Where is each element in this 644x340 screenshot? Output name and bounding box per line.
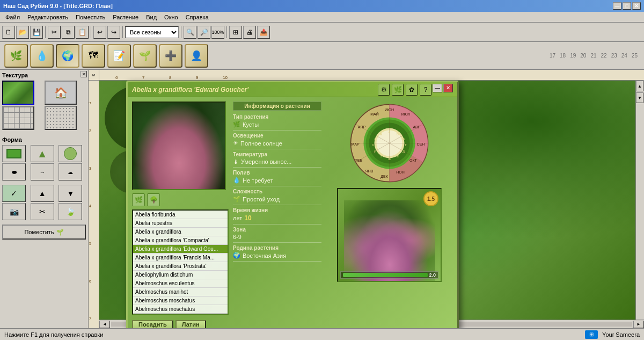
tb-save[interactable]: 💾 <box>30 26 43 39</box>
tb-open[interactable]: 📂 <box>16 26 29 39</box>
season-wheel: ИЮН ИЮЛ АВГ СЕН ОКТ НОЯ ДЕК ЯНВ ФЕВ МАР … <box>348 102 431 185</box>
complexity-icon: 🌱 <box>233 196 240 202</box>
dialog-minimize-btn[interactable]: — <box>433 84 442 92</box>
plant-list-item[interactable]: Abelmoschus esculentus <box>133 279 228 288</box>
minimize-button[interactable]: — <box>613 2 621 10</box>
lifespan-unit: лет <box>233 215 242 221</box>
plant-list-item[interactable]: Abelmoschus moschatus <box>133 305 228 314</box>
menu-help[interactable]: Справка <box>182 13 212 21</box>
tb2-plant-list[interactable]: 🌱 <box>133 44 157 68</box>
texture-dots[interactable] <box>45 106 77 130</box>
tb-zoom100[interactable]: 100% <box>211 26 224 39</box>
shape-triangle[interactable]: ▲ <box>31 145 54 162</box>
tb-grid[interactable]: ⊞ <box>229 26 242 39</box>
tb-redo[interactable]: ↪ <box>107 26 120 39</box>
plant-list-item[interactable]: Abelia x grandiflora <box>133 228 228 236</box>
tb-undo[interactable]: ↩ <box>93 26 106 39</box>
tb2-medical[interactable]: ➕ <box>159 44 182 68</box>
tb-new[interactable]: 🗋 <box>2 26 15 39</box>
scroll-down-btn[interactable]: ▼ <box>636 92 643 103</box>
plant-tree-icon[interactable]: 🌳 <box>147 193 160 206</box>
plant-list-item[interactable]: Abelia x grandiflora 'Prostrata' <box>133 262 228 271</box>
tb-zoom-in[interactable]: 🔍 <box>184 26 196 39</box>
lifespan-label: Время жизни <box>233 207 321 213</box>
texture-grass[interactable] <box>2 81 34 105</box>
plant-list-item[interactable]: Abelmoschus manihot <box>133 288 228 296</box>
menu-place[interactable]: Поместить <box>72 13 108 21</box>
status-hint: Нажмите F1 для получения справки <box>4 331 103 338</box>
tool-camera[interactable]: 📷 <box>2 203 26 220</box>
info-lifespan-row: Время жизни лет 10 <box>233 205 321 225</box>
plant-list-item[interactable]: Abelia rupestris <box>133 219 228 228</box>
tb2-water[interactable]: 💧 <box>30 44 54 68</box>
plant-list-item[interactable]: Abelia floribunda <box>133 211 228 219</box>
menu-view[interactable]: Вид <box>143 13 160 21</box>
shape-circle-item[interactable] <box>58 145 82 162</box>
ruler-num-25: 25 <box>632 53 638 59</box>
scroll-up-btn[interactable]: ▲ <box>636 81 643 91</box>
tb2-map[interactable]: 🗺 <box>82 44 105 68</box>
shape-arrow[interactable]: → <box>31 163 54 180</box>
windows-logo[interactable]: ⊞ <box>585 330 598 339</box>
close-button[interactable]: ✕ <box>632 2 641 10</box>
scrollbar-vertical[interactable]: ▲ ▼ <box>635 81 644 320</box>
plant-photo <box>132 102 226 190</box>
latin-button[interactable]: Латин <box>175 320 206 328</box>
shape-circle-inner <box>64 147 77 160</box>
svg-text:Е: Е <box>397 155 399 158</box>
tool-leaf[interactable]: 🍃 <box>58 203 82 220</box>
statusbar: Нажмите F1 для получения справки ⊞ Your … <box>0 328 644 340</box>
tb-print[interactable]: 🖨 <box>243 26 256 39</box>
tool-arrow-up[interactable]: ▲ <box>31 185 54 202</box>
shape-oval[interactable]: ⬬ <box>2 163 26 180</box>
ruler-vmark-7: 7 <box>89 317 91 321</box>
tool-check[interactable]: ✓ <box>2 185 26 202</box>
scroll-right-btn[interactable]: ► <box>633 321 644 328</box>
tb-copy[interactable]: ⧉ <box>62 26 75 39</box>
texture-grid-item[interactable] <box>2 106 34 130</box>
texture-house[interactable]: 🏠 <box>45 81 77 105</box>
titlebar: Наш Сад Рубин 9.0 - [Title.GRD: План] — … <box>0 0 644 12</box>
type-text: Кусты <box>243 121 259 128</box>
place-button[interactable]: Поместить 🌱 <box>2 225 86 240</box>
scroll-left-btn[interactable]: ◄ <box>99 321 110 328</box>
dialog-close-btn[interactable]: ✕ <box>443 84 453 92</box>
plant-list-item[interactable]: Abelia x grandiflora 'Compacta' <box>133 236 228 245</box>
tb-cut[interactable]: ✂ <box>48 26 61 39</box>
ruler-num-23: 23 <box>611 53 617 59</box>
tb-zoom-out[interactable]: 🔎 <box>197 26 210 39</box>
plant-type-icon[interactable]: 🌿 <box>132 193 145 206</box>
menu-edit[interactable]: Редактировать <box>24 13 71 21</box>
maximize-button[interactable]: □ <box>623 2 631 10</box>
dialog-plant-btn[interactable]: 🌿 <box>392 84 404 96</box>
menu-plant[interactable]: Растение <box>109 13 142 21</box>
tb2-world[interactable]: 🌍 <box>56 44 79 68</box>
plant-button[interactable]: Посадить <box>132 320 173 328</box>
shape-grid: ▲ ⬬ → ☁ <box>2 145 86 180</box>
plant-list-item-selected[interactable]: Abelia x grandiflora 'Edward Gou... <box>133 245 228 254</box>
shape-cloud[interactable]: ☁ <box>58 163 82 180</box>
dialog-tool-btn[interactable]: ⚙ <box>378 84 390 96</box>
tb-paste[interactable]: 📋 <box>76 26 89 39</box>
panel-close-btn[interactable]: ✕ <box>80 71 87 77</box>
dialog-help-btn[interactable]: ? <box>420 84 431 96</box>
tool-scissors[interactable]: ✂ <box>31 203 54 220</box>
tb2-notes[interactable]: 📝 <box>107 44 131 68</box>
season-select[interactable]: Все сезоны Весна Лето Осень Зима <box>125 26 179 38</box>
tb-export[interactable]: 📤 <box>257 26 270 39</box>
svg-text:ДЕК: ДЕК <box>380 175 388 179</box>
tool-arrow-down[interactable]: ▼ <box>58 185 82 202</box>
menu-file[interactable]: Файл <box>2 13 23 21</box>
ruler-vmark-6: 6 <box>89 279 91 283</box>
tb2-garden[interactable]: 🌿 <box>4 44 28 68</box>
plant-list-item[interactable]: Abelmoschus moschatus <box>133 296 228 305</box>
dialog-flower-btn[interactable]: ✿ <box>406 84 418 96</box>
plant-list-item[interactable]: Abelia x grandiflora 'Francis Ma... <box>133 254 228 262</box>
shape-rect[interactable] <box>2 145 26 162</box>
plant-list[interactable]: Abelia floribunda Abelia rupestris Abeli… <box>132 209 229 315</box>
canvas-area[interactable]: м 6 7 8 9 10 1 2 3 4 5 6 7 <box>89 70 644 328</box>
plant-list-item[interactable]: Abeliophyllum distichum <box>133 271 228 279</box>
tb2-person[interactable]: 👤 <box>185 44 208 68</box>
toolbar2: 🌿 💧 🌍 🗺 📝 🌱 ➕ 👤 17 18 19 20 21 22 23 24 … <box>0 42 644 70</box>
menu-window[interactable]: Окно <box>161 13 181 21</box>
